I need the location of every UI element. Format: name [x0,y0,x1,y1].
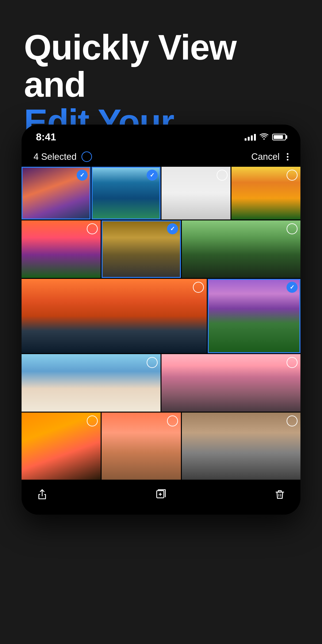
hero-title-line1: Quickly View and [24,29,298,103]
wifi-icon [260,133,268,142]
share-button[interactable] [36,488,48,500]
cancel-button[interactable]: Cancel [251,152,280,162]
photo-row-4 [22,354,300,412]
selected-count-label: 4 Selected [34,152,77,162]
photo-2[interactable] [92,167,160,220]
selection-indicator [82,152,92,162]
select-check-10 [146,357,158,368]
photo-9[interactable] [208,279,300,353]
photo-8[interactable] [22,279,207,353]
photo-7[interactable] [182,220,300,278]
photo-14[interactable] [182,412,300,480]
select-check-3 [216,170,228,181]
signal-icon [244,134,256,141]
select-check-11 [286,357,298,368]
select-check-1 [77,170,88,181]
photo-row-1 [22,167,300,220]
select-check-6 [167,223,178,234]
select-check-14 [286,416,298,426]
photo-6[interactable] [102,220,181,278]
select-check-13 [167,416,178,426]
photo-1[interactable] [22,167,90,220]
photo-row-2 [22,220,300,278]
delete-button[interactable] [274,488,286,500]
photo-row-3 [22,279,300,353]
photo-row-5 [22,412,300,480]
status-bar: 8:41 [22,124,300,146]
battery-icon [272,134,286,140]
photo-4[interactable] [232,167,300,220]
bottom-toolbar [22,480,300,514]
add-button[interactable] [155,488,167,500]
photo-11[interactable] [162,354,300,412]
select-check-4 [286,170,298,181]
select-check-2 [146,170,158,181]
select-check-5 [87,223,98,234]
phone-container: 8:41 4 Selected [22,124,300,514]
photo-12[interactable] [22,412,100,480]
photo-13[interactable] [102,412,181,480]
more-options-button[interactable] [287,153,288,160]
photo-3[interactable] [162,167,230,220]
selection-toolbar: 4 Selected Cancel [22,146,300,167]
select-check-7 [286,223,298,234]
select-check-12 [87,416,98,426]
photo-10[interactable] [22,354,160,412]
select-check-8 [193,282,204,293]
photo-5[interactable] [22,220,100,278]
status-icons [244,133,286,142]
select-check-9 [286,282,298,293]
photo-grid [22,167,300,480]
status-time: 8:41 [36,131,56,143]
